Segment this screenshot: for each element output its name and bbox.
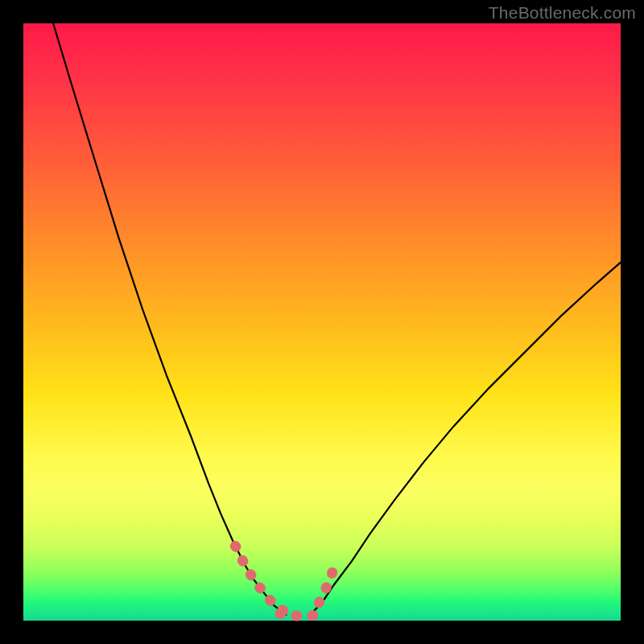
curve-left-branch (53, 23, 286, 615)
plot-area (23, 23, 621, 621)
watermark-text: TheBottleneck.com (489, 3, 636, 23)
chart-frame: TheBottleneck.com (0, 0, 644, 644)
curve-right-branch (310, 262, 621, 615)
highlight-right-segment (319, 561, 336, 603)
curve-layer (23, 23, 621, 621)
highlight-left-segment (235, 546, 287, 613)
